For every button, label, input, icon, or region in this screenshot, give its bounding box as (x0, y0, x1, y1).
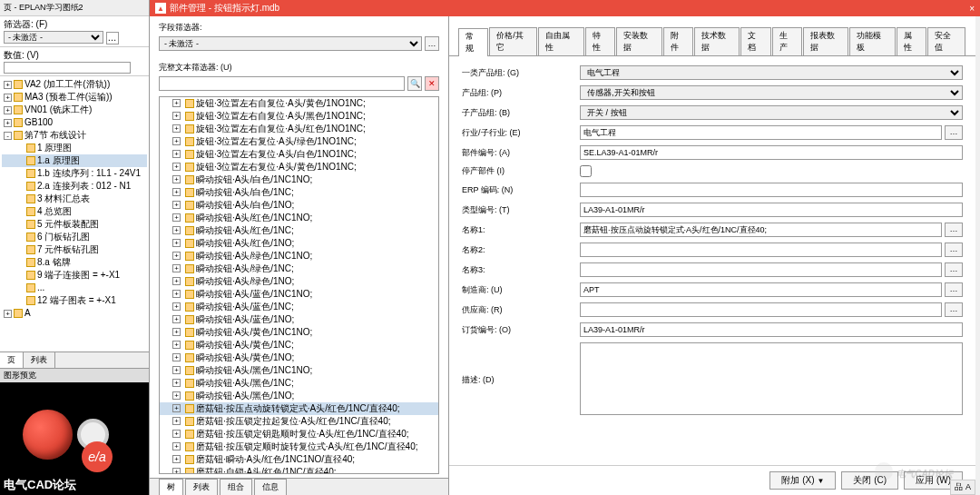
expand-icon[interactable]: - (4, 132, 12, 140)
property-tab[interactable]: 生产 (772, 27, 802, 55)
part-tree-item[interactable]: +瞬动按钮·A头/绿色/1NC1NO; (160, 250, 438, 262)
part-tree-item[interactable]: +瞬动按钮·A头/蓝色/1NC; (160, 301, 438, 313)
part-tree-item[interactable]: +瞬动按钮·A头/蓝色/1NO; (160, 313, 438, 326)
industry-input[interactable] (580, 125, 942, 140)
fulltext-clear-icon[interactable]: ✕ (425, 76, 439, 91)
part-tree-item[interactable]: +瞬动按钮·A头/黑色/1NO; (160, 390, 438, 402)
part-tree-item[interactable]: +旋钮·3位置左右自复位·A头/黑色/1NO1NC; (160, 110, 438, 123)
part-tree-item[interactable]: +磨菇钮·瞬动·A头/红色/1NC1NO/直径40; (160, 453, 438, 466)
expand-icon[interactable]: + (172, 328, 181, 336)
property-tab[interactable]: 文档 (740, 27, 770, 55)
property-tab[interactable]: 功能模板 (849, 27, 896, 55)
part-tree-item[interactable]: +瞬动按钮·A头/红色/1NC; (160, 224, 438, 237)
expand-icon[interactable]: + (172, 150, 181, 158)
page-tree-item[interactable]: 5 元件板装配图 (2, 218, 147, 231)
property-tab[interactable]: 自由属性 (538, 27, 584, 55)
page-tree-item[interactable]: 6 门板钻孔图 (2, 231, 147, 243)
property-tab[interactable]: 特性 (585, 27, 615, 55)
mid-filter-select[interactable]: - 未激活 - (159, 36, 422, 51)
part-tree-item[interactable]: +瞬动按钮·A头/黑色/1NC1NO; (160, 364, 438, 377)
part-tree-item[interactable]: +瞬动按钮·A头/红色/1NC1NO; (160, 212, 438, 224)
page-tree-item[interactable]: 8.a 铭牌 (2, 256, 147, 269)
expand-icon[interactable]: + (172, 213, 181, 222)
part-tree-item[interactable]: +瞬动按钮·A头/白色/1NC1NO; (160, 173, 438, 186)
fulltext-search-icon[interactable]: 🔍 (407, 76, 422, 91)
expand-icon[interactable]: + (4, 119, 12, 127)
part-tree-item[interactable]: +旋钮·3位置左右自复位·A头/红色/1NO1NC; (160, 123, 438, 135)
name1-input[interactable] (580, 223, 942, 237)
page-tree-item[interactable]: 4 总览图 (2, 205, 147, 218)
expand-icon[interactable]: + (172, 353, 181, 361)
page-tree-item[interactable]: 7 元件板钻孔图 (2, 243, 147, 256)
expand-icon[interactable]: + (4, 81, 12, 89)
page-tree-item[interactable]: 1.b 连续序列 : 1L1 - 24V1 (2, 167, 147, 180)
expand-icon[interactable]: + (4, 94, 12, 102)
expand-icon[interactable]: + (172, 366, 181, 374)
page-tree[interactable]: +VA2 (加工工件(滑轨))+MA3 (预卷工件(运输))+VN01 (铣床工… (0, 76, 149, 351)
tab-list[interactable]: 列表 (24, 352, 55, 368)
expand-icon[interactable]: + (172, 341, 181, 349)
part-tree-item[interactable]: +磨菇钮·按压锁定钥匙顺时复位·A头/红色/1NC/直径40; (160, 428, 438, 441)
expand-icon[interactable]: + (172, 252, 181, 260)
part-tree-item[interactable]: +磨菇钮·按压锁定顺时旋转复位式·A头/红色/1NC/直径40; (160, 441, 438, 453)
expand-icon[interactable]: + (172, 430, 181, 438)
part-tree-item[interactable]: +磨菇钮·按压点动旋转锁定式·A头/红色/1NC/直径40; (160, 402, 438, 415)
expand-icon[interactable]: + (172, 379, 181, 387)
expand-icon[interactable]: + (172, 99, 181, 107)
mid-filter-dots[interactable]: … (425, 36, 439, 51)
part-tree-item[interactable]: +瞬动按钮·A头/白色/1NO; (160, 199, 438, 212)
part-tree-item[interactable]: +瞬动按钮·A头/红色/1NO; (160, 237, 438, 250)
page-tree-item[interactable]: 1.a 原理图 (2, 154, 147, 167)
attach-button[interactable]: 附加 (X)▼ (769, 471, 836, 490)
page-tree-item[interactable]: +A (2, 307, 147, 320)
manufacturer-dots[interactable]: … (945, 282, 963, 297)
expand-icon[interactable]: + (172, 188, 181, 196)
property-tab[interactable]: 价格/其它 (489, 27, 537, 55)
part-tree-item[interactable]: +瞬动按钮·A头/白色/1NC; (160, 186, 438, 199)
desc-textarea[interactable] (580, 342, 963, 415)
page-tree-item[interactable]: 3 材料汇总表 (2, 193, 147, 205)
close-icon[interactable]: × (969, 4, 975, 14)
part-tree-item[interactable]: +旋钮·3位置左右复位·A头/白色/1NO1NC; (160, 148, 438, 161)
expand-icon[interactable]: + (172, 302, 181, 311)
manufacturer-input[interactable] (580, 282, 942, 297)
parts-tree[interactable]: +旋钮·3位置左右自复位·A头/黄色/1NO1NC;+旋钮·3位置左右自复位·A… (159, 96, 439, 474)
name2-dots[interactable]: … (945, 243, 963, 257)
part-tree-item[interactable]: +旋钮·3位置左右复位·A头/绿色/1NO1NC; (160, 135, 438, 148)
close-button[interactable]: 关闭 (C) (841, 471, 898, 490)
property-tab[interactable]: 安装数据 (616, 27, 662, 55)
name3-dots[interactable]: … (945, 262, 963, 277)
filter-select[interactable]: - 未激活 - (4, 31, 103, 44)
part-tree-item[interactable]: +瞬动按钮·A头/黄色/1NC1NO; (160, 326, 438, 339)
page-tree-item[interactable]: 1 原理图 (2, 142, 147, 154)
orderNo-input[interactable] (580, 322, 963, 337)
mid-tab-tree[interactable]: 树 (159, 479, 183, 495)
expand-icon[interactable]: + (172, 201, 181, 209)
expand-icon[interactable]: + (172, 112, 181, 120)
expand-icon[interactable]: + (172, 277, 181, 285)
expand-icon[interactable]: + (172, 124, 181, 133)
mid-tab-info[interactable]: 信息 (254, 479, 287, 495)
industry-dots[interactable]: … (945, 125, 963, 140)
subProductGrp-select[interactable]: 开关 / 按钮 (580, 105, 963, 120)
expand-icon[interactable]: + (172, 137, 181, 145)
page-tree-item[interactable]: +GB100 (2, 116, 147, 129)
page-tree-item[interactable]: ... (2, 282, 147, 294)
property-tab[interactable]: 报表数据 (803, 27, 849, 55)
productGroup-select[interactable]: 电气工程 (580, 65, 963, 80)
page-tree-item[interactable]: 12 端子图表 = +-X1 (2, 294, 147, 307)
value-input[interactable] (4, 62, 131, 74)
part-tree-item[interactable]: +瞬动按钮·A头/蓝色/1NC1NO; (160, 288, 438, 301)
property-tab[interactable]: 安全值 (927, 27, 965, 55)
partNo-input[interactable] (580, 145, 963, 160)
expand-icon[interactable]: + (172, 468, 181, 474)
typeNo-input[interactable] (580, 203, 963, 217)
page-tree-item[interactable]: 2.a 连接列表 : 012 - N1 (2, 180, 147, 193)
tab-page[interactable]: 页 (0, 352, 24, 368)
part-tree-item[interactable]: +旋钮·3位置左右复位·A头/黄色/1NO1NC; (160, 161, 438, 173)
expand-icon[interactable]: + (172, 391, 181, 400)
page-tree-item[interactable]: +MA3 (预卷工件(运输)) (2, 91, 147, 104)
expand-icon[interactable]: + (172, 442, 181, 450)
expand-icon[interactable]: + (172, 163, 181, 171)
expand-icon[interactable]: + (172, 417, 181, 425)
